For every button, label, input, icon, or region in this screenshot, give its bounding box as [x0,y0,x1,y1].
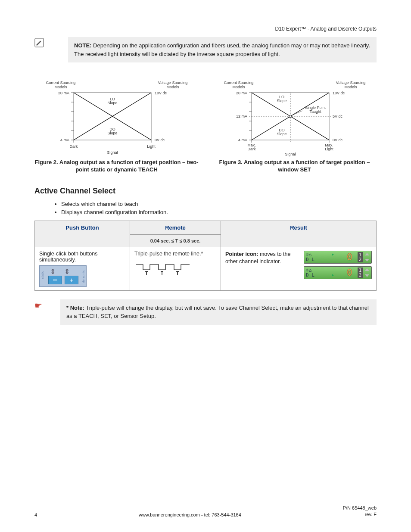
svg-text:Slope: Slope [277,99,286,103]
triangle-down-icon [365,259,369,261]
label-static: static [40,271,44,279]
figure-3-chart: Current-Sourcing Models Voltage-Sourcing… [221,75,368,157]
pulse-diagram: T T T [134,259,199,277]
pointer-icon [332,253,334,256]
svg-text:Dark: Dark [69,144,78,149]
push-button-panel: ⇕ ⇕ + static dynamic [39,265,87,287]
svg-text:Models: Models [344,85,357,89]
svg-text:Light: Light [325,147,333,151]
plus-button: + [65,276,78,284]
svg-rect-63 [53,280,57,280]
list-item: Displays channel configuration informati… [61,209,377,215]
sub-note-text: Triple-pulse will change the display, bu… [66,305,369,320]
svg-text:12 mA: 12 mA [236,114,247,118]
svg-text:Signal: Signal [107,150,118,155]
pointing-hand-icon: ☛ [34,300,47,311]
svg-text:4 mA: 4 mA [238,138,247,142]
footer-pn: P/N 65448_web [343,505,377,511]
figure-3-caption: Figure 3. Analog output as a function of… [212,159,377,174]
figure-2-chart: Current-Sourcing Models Voltage-Sourcing… [44,75,190,157]
svg-text:Models: Models [166,85,179,89]
channel-select-table: Push Button Remote Result 0.04 sec. ≤ T … [34,221,377,291]
arrow-icon: ⇕ [50,268,56,276]
pointer-icon [332,274,334,277]
svg-text:4 mA: 4 mA [60,138,69,142]
note-text: Depending on the application configurati… [74,42,370,57]
cell-result: Pointer icon: moves to the other channel… [221,247,377,290]
figure-2-caption: Figure 2. Analog output as a function of… [34,159,199,174]
minus-button [48,276,62,284]
svg-text:20 mA: 20 mA [58,91,69,95]
page-footer: 4 www.bannerengineering.com - tel: 763-5… [34,505,377,517]
triangle-down-icon [365,274,369,277]
lcd-display: ☼⌂D L 0 12 [304,251,372,264]
svg-text:T: T [161,271,163,276]
svg-text:T: T [145,271,148,276]
th-result: Result [221,221,377,247]
section-title: Active Channel Select [34,187,377,196]
sub-note-label: * Note: [66,305,84,311]
svg-text:Current-Sourcing: Current-Sourcing [224,81,253,85]
svg-text:Voltage-Sourcing: Voltage-Sourcing [158,81,187,85]
cell-push: Single-click both buttons simultaneously… [35,247,130,290]
page-header: D10 Expert™ - Analog and Discrete Output… [34,26,377,32]
svg-text:10V dc: 10V dc [155,91,167,95]
footer-rev: rev. F [343,511,377,517]
note-box: NOTE: Depending on the application confi… [68,37,377,62]
svg-text:Light: Light [147,144,156,149]
svg-text:0V dc: 0V dc [333,138,343,142]
pencil-icon [34,38,44,47]
triangle-up-icon [365,268,369,271]
svg-line-41 [292,111,302,115]
svg-text:20 mA: 20 mA [236,91,247,95]
svg-text:Signal: Signal [285,152,296,156]
footer-page-num: 4 [34,512,37,517]
svg-text:Models: Models [232,85,245,89]
svg-text:Dark: Dark [247,147,256,151]
svg-text:5V dc: 5V dc [333,114,343,118]
footer-center: www.bannerengineering.com - tel: 763-544… [139,512,241,517]
svg-text:Slope: Slope [107,101,117,105]
svg-text:0V dc: 0V dc [155,138,165,142]
list-item: Selects which channel to teach [61,201,377,207]
svg-text:T: T [176,271,179,276]
cell-remote: Triple-pulse the remote line.* T T T [130,247,221,290]
sub-note-box: * Note: Triple-pulse will change the dis… [60,299,377,325]
note-label: NOTE: [74,42,91,49]
triangle-up-icon [365,253,369,255]
arrow-icon: ⇕ [64,268,70,276]
th-remote: Remote [130,221,221,234]
svg-text:Current-Sourcing: Current-Sourcing [46,81,75,85]
svg-text:Taught: Taught [309,109,321,114]
svg-point-40 [289,115,292,118]
lcd-display: ☼⌂D L 0 12 [304,266,372,279]
svg-text:Voltage-Sourcing: Voltage-Sourcing [336,81,365,85]
svg-text:10V dc: 10V dc [333,91,345,95]
svg-text:Slope: Slope [107,131,117,135]
svg-text:Models: Models [54,85,67,89]
label-dynamic: dynamic [81,270,85,283]
svg-text:Slope: Slope [277,132,286,136]
th-push-button: Push Button [35,221,130,247]
th-remote-sub: 0.04 sec. ≤ T ≤ 0.8 sec. [130,234,221,247]
